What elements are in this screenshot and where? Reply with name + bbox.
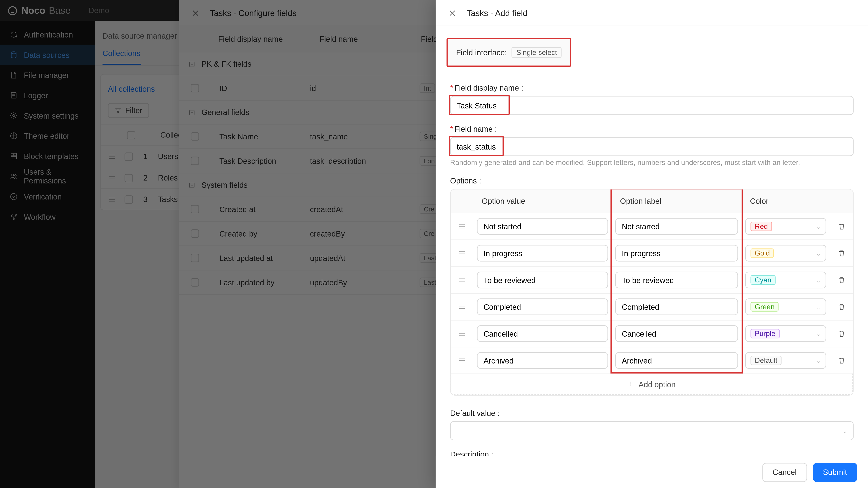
color-tag: Red [750, 222, 772, 231]
option-value-input[interactable] [477, 271, 608, 288]
delete-option-button[interactable] [837, 222, 846, 231]
chevron-down-icon: ⌄ [816, 277, 821, 283]
chevron-down-icon: ⌄ [842, 427, 847, 434]
option-value-input[interactable] [477, 325, 608, 342]
color-tag: Gold [750, 249, 774, 258]
option-label-input[interactable] [615, 325, 738, 342]
option-label-input[interactable] [615, 298, 738, 315]
delete-option-button[interactable] [837, 303, 846, 311]
fname-hint: Randomly generated and can be modified. … [450, 158, 854, 167]
field-interface-label: Field interface: [456, 48, 507, 57]
color-tag: Default [750, 356, 781, 365]
option-color-select[interactable]: Green⌄ [745, 298, 826, 315]
field-display-name-input[interactable] [450, 96, 854, 115]
drawer-title: Tasks - Add field [467, 8, 528, 18]
delete-option-button[interactable] [837, 329, 846, 338]
drag-handle[interactable] [451, 276, 473, 284]
drag-icon [458, 276, 466, 284]
chevron-down-icon: ⌄ [816, 330, 821, 337]
chevron-down-icon: ⌄ [816, 250, 821, 256]
color-tag: Cyan [750, 275, 776, 285]
drag-icon [458, 329, 466, 338]
option-row: Cyan⌄ [451, 266, 853, 293]
option-row: Gold⌄ [451, 239, 853, 266]
option-value-input[interactable] [477, 352, 608, 369]
drag-icon [458, 356, 466, 365]
chevron-down-icon: ⌄ [816, 223, 821, 230]
add-option-label: Add option [638, 380, 675, 389]
option-value-input[interactable] [477, 245, 608, 262]
default-value-select[interactable]: ⌄ [450, 421, 854, 440]
options-label: Options : [450, 176, 854, 186]
drag-handle[interactable] [451, 222, 473, 231]
opt-head-label: Option label [620, 197, 661, 205]
drag-handle[interactable] [451, 356, 473, 365]
chevron-down-icon: ⌄ [816, 304, 821, 310]
option-color-select[interactable]: Red⌄ [745, 218, 826, 235]
field-interface-box: Field interface: Single select [446, 38, 571, 67]
cancel-button[interactable]: Cancel [763, 463, 807, 482]
options-table: Option value Option label Color Red⌄Gold… [450, 189, 854, 396]
fdname-label: *Field display name : [450, 84, 854, 92]
option-color-select[interactable]: Default⌄ [745, 352, 826, 369]
option-label-input[interactable] [615, 218, 738, 235]
delete-option-button[interactable] [837, 276, 846, 284]
submit-button[interactable]: Submit [813, 463, 857, 482]
option-row: Red⌄ [451, 213, 853, 239]
delete-option-button[interactable] [837, 249, 846, 257]
plus-icon: + [628, 379, 634, 390]
option-label-input[interactable] [615, 352, 738, 369]
option-value-input[interactable] [477, 298, 608, 315]
option-color-select[interactable]: Cyan⌄ [745, 271, 826, 288]
field-interface-value[interactable]: Single select [512, 47, 562, 58]
option-color-select[interactable]: Gold⌄ [745, 245, 826, 262]
opt-head-color: Color [741, 190, 830, 213]
field-name-input[interactable] [450, 137, 854, 156]
chevron-down-icon: ⌄ [816, 357, 821, 364]
drag-icon [458, 249, 466, 257]
color-tag: Purple [750, 329, 779, 338]
add-option-button[interactable]: + Add option [451, 373, 853, 395]
drag-icon [458, 303, 466, 311]
close-drawer-button[interactable] [445, 6, 460, 20]
option-row: Green⌄ [451, 293, 853, 320]
default-value-label: Default value : [450, 409, 854, 418]
option-row: Purple⌄ [451, 320, 853, 347]
opt-head-value: Option value [473, 190, 612, 213]
option-color-select[interactable]: Purple⌄ [745, 325, 826, 342]
option-row: Default⌄ [451, 347, 853, 374]
close-icon [448, 8, 457, 17]
drag-handle[interactable] [451, 249, 473, 257]
option-label-input[interactable] [615, 271, 738, 288]
drag-handle[interactable] [451, 303, 473, 311]
option-label-input[interactable] [615, 245, 738, 262]
option-value-input[interactable] [477, 218, 608, 235]
fname-label: *Field name : [450, 125, 854, 133]
modal-overlay[interactable] [0, 0, 436, 488]
drawer-footer: Cancel Submit [436, 456, 868, 488]
drag-icon [458, 222, 466, 231]
add-field-drawer: Tasks - Add field Field interface: Singl… [436, 0, 868, 488]
color-tag: Green [750, 302, 779, 312]
drag-handle[interactable] [451, 329, 473, 338]
delete-option-button[interactable] [837, 356, 846, 365]
